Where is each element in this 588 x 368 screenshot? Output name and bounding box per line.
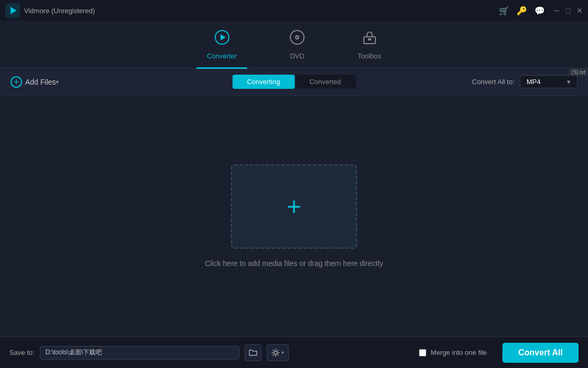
- add-files-label: Add Files: [25, 78, 56, 86]
- tab-switcher: Converting Converted: [233, 75, 356, 89]
- save-to-label: Save to:: [9, 349, 35, 356]
- add-files-icon: +: [10, 76, 22, 88]
- titlebar-icons: 🛒 🔑 💬: [499, 6, 545, 16]
- toolbox-icon: [362, 29, 377, 49]
- add-files-dropdown-arrow[interactable]: ▾: [56, 78, 59, 86]
- convert-all-to: Convert All to: MP4 ▾: [472, 75, 578, 88]
- format-value: MP4: [527, 78, 541, 86]
- tab-dvd[interactable]: DVD: [279, 25, 316, 64]
- toolbox-tab-label: Toolbox: [358, 52, 381, 60]
- drop-hint: Click here to add media files or drag th…: [205, 259, 383, 268]
- settings-button[interactable]: ▾: [267, 344, 289, 361]
- window-controls: ─ □ ✕: [553, 7, 583, 14]
- format-select-arrow: ▾: [567, 78, 571, 86]
- toolbar-inner: + Add Files ▾ Converting Converted Conve…: [10, 75, 578, 88]
- tab-converter[interactable]: Converter: [196, 25, 247, 64]
- dvd-icon: [289, 29, 305, 49]
- bottom-bar: Save to: ▾ Merge into one file Convert A…: [0, 336, 588, 368]
- merge-checkbox[interactable]: [419, 349, 426, 356]
- convert-all-to-label: Convert All to:: [472, 78, 514, 86]
- chat-icon[interactable]: 💬: [534, 6, 545, 16]
- converted-tab[interactable]: Converted: [295, 75, 355, 89]
- convert-all-button[interactable]: Convert All: [502, 343, 579, 363]
- merge-label: Merge into one file: [430, 349, 487, 356]
- merge-checkbox-area: Merge into one file: [419, 349, 487, 356]
- settings-dropdown-arrow: ▾: [281, 350, 284, 355]
- cart-icon[interactable]: 🛒: [499, 6, 509, 16]
- title-bar: Vidmore (Unregistered) 🛒 🔑 💬 ─ □ ✕: [0, 0, 588, 21]
- svg-point-9: [274, 351, 277, 354]
- converter-tab-label: Converter: [207, 52, 237, 60]
- svg-rect-8: [368, 38, 371, 40]
- add-files-button[interactable]: + Add Files: [10, 76, 56, 88]
- main-content: + Click here to add media files or drag …: [0, 96, 588, 336]
- plus-icon: +: [287, 194, 301, 219]
- key-icon[interactable]: 🔑: [517, 6, 527, 16]
- svg-marker-3: [220, 34, 226, 40]
- folder-icon: [249, 349, 257, 356]
- dvd-tab-label: DVD: [290, 52, 304, 60]
- drop-zone[interactable]: +: [231, 165, 357, 249]
- nav-bar: Converter DVD Toolbox: [0, 21, 588, 68]
- app-logo: [5, 3, 20, 18]
- tab-toolbox[interactable]: Toolbox: [347, 25, 392, 64]
- folder-browse-button[interactable]: [245, 344, 261, 361]
- converter-icon: [214, 29, 230, 49]
- svg-point-6: [297, 37, 298, 38]
- minimize-button[interactable]: ─: [553, 7, 560, 14]
- app-title: Vidmore (Unregistered): [24, 7, 499, 15]
- format-select[interactable]: MP4 ▾: [520, 75, 578, 88]
- converting-tab[interactable]: Converting: [233, 75, 295, 89]
- gear-icon: [271, 349, 280, 357]
- toolbar: + Add Files ▾ Converting Converted Conve…: [0, 68, 588, 96]
- save-path-input[interactable]: [40, 346, 239, 360]
- close-button[interactable]: ✕: [576, 7, 583, 14]
- maximize-button[interactable]: □: [565, 7, 571, 14]
